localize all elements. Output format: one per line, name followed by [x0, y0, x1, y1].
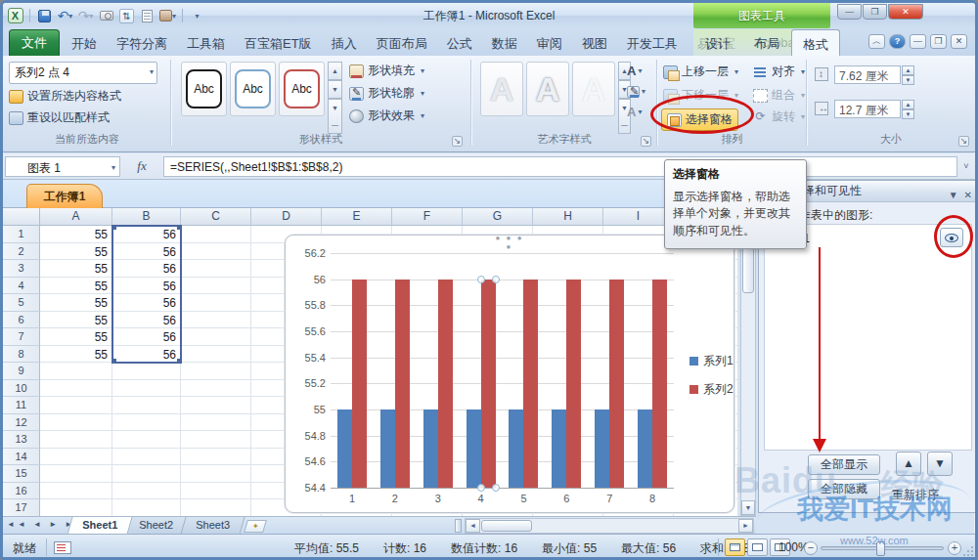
row-header-10[interactable]: 10	[3, 380, 40, 398]
contextual-tab-设计[interactable]: 设计	[693, 29, 742, 56]
cell-C9[interactable]	[181, 363, 251, 380]
view-page-layout-button[interactable]	[747, 538, 768, 556]
cell-C16[interactable]	[181, 483, 251, 500]
cell-C13[interactable]	[181, 431, 251, 449]
minimize-button[interactable]: —	[837, 4, 862, 20]
cell-A3[interactable]: 55	[40, 260, 112, 278]
ribbon-tab-百宝箱ET版[interactable]: 百宝箱ET版	[235, 31, 322, 56]
hide-all-button[interactable]: 全部隐藏	[808, 479, 880, 499]
data-point-handle[interactable]	[477, 484, 485, 492]
reorder-up-button[interactable]: ▲	[896, 452, 921, 476]
bar-系列2-6[interactable]	[566, 280, 581, 488]
column-header-C[interactable]: C	[181, 208, 251, 226]
ribbon-tab-字符分离[interactable]: 字符分离	[107, 31, 177, 56]
workbook-close-icon[interactable]: ✕	[951, 34, 967, 49]
row-header-5[interactable]: 5	[3, 294, 40, 312]
data-point-handle[interactable]	[492, 276, 500, 283]
chart-object[interactable]: ● ● ● ● 56.25655.855.655.455.25554.854.6…	[285, 235, 734, 513]
cell-B6[interactable]: 56	[112, 312, 181, 329]
bar-系列2-3[interactable]	[438, 280, 453, 488]
cell-C10[interactable]	[181, 380, 251, 398]
restore-button[interactable]: ❐	[863, 4, 887, 20]
cell-C5[interactable]	[181, 294, 251, 312]
cell-A7[interactable]: 55	[40, 328, 112, 346]
cell-A14[interactable]	[40, 449, 112, 466]
bar-系列2-5[interactable]	[523, 280, 538, 488]
cell-A16[interactable]	[40, 483, 112, 500]
cell-B11[interactable]	[112, 397, 181, 414]
align-button[interactable]: 对齐▾	[753, 64, 805, 80]
wordart-style-2[interactable]: A	[526, 62, 569, 116]
gallery-more-icon[interactable]: ▼—	[328, 99, 342, 134]
ribbon-tab-公式[interactable]: 公式	[437, 31, 482, 56]
bar-系列2-7[interactable]	[609, 280, 624, 488]
formula-bar-expand-icon[interactable]: ˅	[957, 161, 975, 171]
dialog-launcher-icon[interactable]: ↘	[452, 136, 463, 147]
insert-sheet-icon[interactable]: ✦	[244, 520, 267, 533]
row-header-9[interactable]: 9	[3, 363, 40, 380]
column-header-E[interactable]: E	[322, 208, 392, 226]
pane-close-icon[interactable]: ✕	[964, 185, 972, 205]
bar-系列1-7[interactable]	[595, 409, 609, 488]
row-header-17[interactable]: 17	[3, 499, 40, 516]
pane-collapse-icon[interactable]: ▼	[949, 185, 958, 205]
group-button[interactable]: 组合▾	[753, 87, 805, 104]
row-header-11[interactable]: 11	[3, 397, 40, 414]
cell-B5[interactable]: 56	[112, 294, 181, 312]
horizontal-scrollbar[interactable]: ◄ ►	[465, 518, 754, 534]
dialog-launcher-icon[interactable]: ↘	[641, 136, 651, 147]
bring-forward-button[interactable]: 上移一层▾	[663, 64, 738, 80]
resize-grip[interactable]	[961, 546, 973, 558]
legend-item-系列1[interactable]: 系列1	[689, 353, 734, 369]
rotate-button[interactable]: ⟳ 旋转▾	[753, 108, 805, 125]
ribbon-tab-插入[interactable]: 插入	[322, 31, 367, 56]
show-all-button[interactable]: 全部显示	[808, 454, 880, 475]
column-header-B[interactable]: B	[112, 208, 181, 226]
bar-系列1-1[interactable]	[337, 409, 352, 488]
row-header-7[interactable]: 7	[3, 328, 40, 346]
column-header-A[interactable]: A	[40, 208, 112, 226]
ribbon-tab-开始[interactable]: 开始	[62, 31, 107, 56]
text-fill-button[interactable]: A▾	[624, 62, 649, 80]
height-spinner[interactable]: ▲▼	[902, 65, 914, 84]
cell-C6[interactable]	[181, 312, 251, 329]
ribbon-tab-审阅[interactable]: 审阅	[527, 31, 572, 56]
cell-A2[interactable]: 55	[40, 243, 112, 261]
row-header-16[interactable]: 16	[3, 483, 40, 500]
cell-A9[interactable]	[40, 363, 112, 380]
close-button[interactable]: ✕	[888, 4, 923, 20]
ribbon-tab-视图[interactable]: 视图	[572, 31, 617, 56]
shape-width-input[interactable]: 12.7 厘米	[834, 100, 901, 118]
row-header-15[interactable]: 15	[3, 465, 40, 483]
cell-A13[interactable]	[40, 431, 112, 449]
scroll-left-icon[interactable]: ◄	[466, 519, 480, 533]
cell-C15[interactable]	[181, 465, 251, 483]
gallery-scrollbar[interactable]: ▲ ▼ ▼—	[328, 62, 342, 116]
workbook-restore-icon[interactable]: ❐	[930, 34, 947, 49]
cell-B7[interactable]: 56	[112, 328, 181, 346]
column-header-G[interactable]: G	[463, 208, 533, 226]
row-header-3[interactable]: 3	[3, 260, 40, 278]
width-spinner[interactable]: ▲▼	[902, 100, 914, 118]
sheet-tab-Sheet3[interactable]: Sheet3	[180, 517, 244, 535]
bar-系列2-8[interactable]	[652, 280, 667, 488]
view-normal-button[interactable]	[725, 538, 745, 556]
cell-A6[interactable]: 55	[40, 312, 112, 329]
formula-input[interactable]: =SERIES(,,Sheet1!$B$1:$B$8,2)	[163, 156, 957, 177]
zoom-out-icon[interactable]: −	[804, 541, 818, 555]
cell-A5[interactable]: 55	[40, 294, 112, 312]
bar-系列1-6[interactable]	[552, 409, 566, 488]
tab-split-handle[interactable]	[455, 519, 462, 533]
ribbon-collapse-icon[interactable]: ︿	[868, 34, 885, 49]
cell-C17[interactable]	[181, 499, 251, 516]
ribbon-tab-数据[interactable]: 数据	[482, 31, 527, 56]
cell-B2[interactable]: 56	[112, 243, 181, 261]
zoom-slider-thumb[interactable]	[876, 541, 885, 556]
cell-B15[interactable]	[112, 465, 181, 483]
cell-C11[interactable]	[181, 397, 251, 414]
shape-height-input[interactable]: 7.62 厘米	[834, 65, 901, 84]
contextual-tab-布局[interactable]: 布局	[742, 29, 791, 56]
sheet-tab-Sheet2[interactable]: Sheet2	[123, 517, 188, 535]
cell-B10[interactable]	[112, 380, 181, 398]
shape-effects-button[interactable]: 形状效果▾	[349, 108, 424, 124]
